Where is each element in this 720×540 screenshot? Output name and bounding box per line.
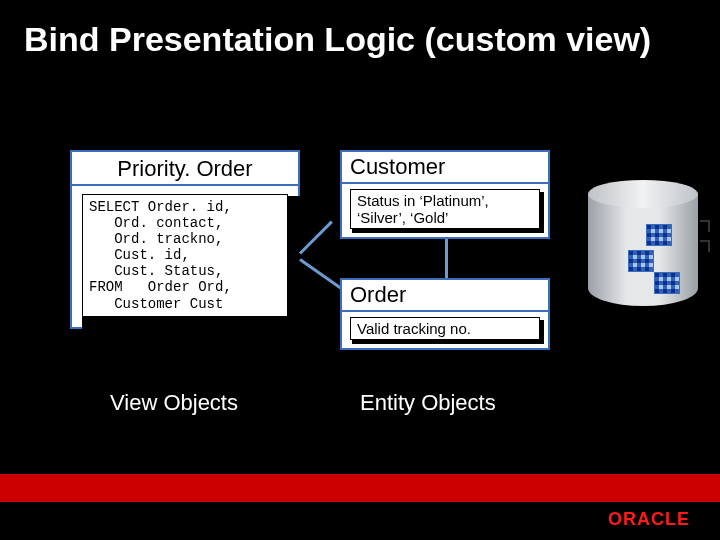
entity-order-rule: Valid tracking no.: [350, 317, 540, 340]
bracket-icon: [700, 220, 710, 232]
slide-title: Bind Presentation Logic (custom view): [0, 0, 720, 59]
diagram-area: Priority. Order SELECT Order. id, Ord. c…: [0, 140, 720, 460]
oracle-logo: ORACLE: [608, 509, 690, 530]
entity-customer-rule: Status in ‘Platinum’, ‘Silver’, ‘Gold’: [350, 189, 540, 229]
view-object-sql: SELECT Order. id, Ord. contact, Ord. tra…: [82, 194, 288, 317]
view-object-name: Priority. Order: [72, 152, 298, 186]
label-entity-objects: Entity Objects: [360, 390, 496, 416]
footer-accent-bar: [0, 474, 720, 502]
entity-customer-name: Customer: [342, 152, 548, 184]
db-table-icon: [628, 250, 654, 272]
db-table-icon: [654, 272, 680, 294]
bracket-icon: [700, 240, 710, 252]
entity-customer-box: Customer Status in ‘Platinum’, ‘Silver’,…: [340, 150, 550, 239]
entity-order-box: Order Valid tracking no.: [340, 278, 550, 350]
database-icon: [588, 180, 698, 310]
label-view-objects: View Objects: [110, 390, 238, 416]
db-table-icon: [646, 224, 672, 246]
entity-order-name: Order: [342, 280, 548, 312]
view-object-box: Priority. Order SELECT Order. id, Ord. c…: [70, 150, 300, 329]
connector-line: [299, 221, 333, 255]
